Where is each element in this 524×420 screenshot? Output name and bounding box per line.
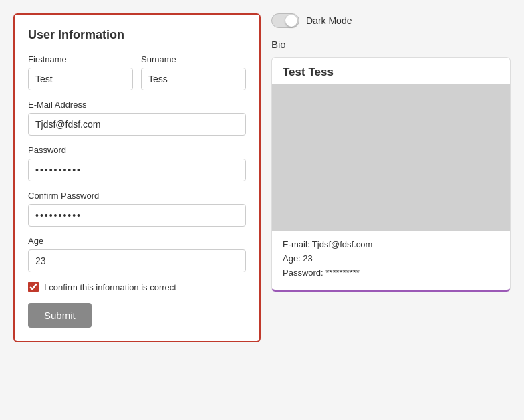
age-group: Age [28,236,246,272]
bio-email-line: E-mail: Tjdsf@fdsf.com [283,239,499,249]
dark-mode-label: Dark Mode [306,15,352,26]
surname-input[interactable] [141,68,246,90]
panel-title: User Information [28,28,246,42]
bio-password-line: Password: ********** [283,268,499,278]
toggle-thumb [285,15,297,27]
password-input[interactable] [28,159,246,181]
name-row: Firstname Surname [28,54,246,90]
password-label: Password [28,145,246,155]
firstname-input[interactable] [28,68,133,90]
bio-card-name: Test Tess [272,58,510,84]
age-label: Age [28,236,246,246]
age-input[interactable] [28,249,246,272]
submit-button[interactable]: Submit [28,303,92,328]
email-group: E-Mail Address [28,100,246,136]
email-label: E-Mail Address [28,100,246,110]
confirm-password-input[interactable] [28,204,246,227]
confirm-password-group: Confirm Password [28,191,246,227]
bio-age-line: Age: 23 [283,253,499,264]
confirm-checkbox-label: I confirm this information is correct [44,282,176,292]
confirm-password-label: Confirm Password [28,191,246,201]
confirm-checkbox[interactable] [28,282,39,292]
dark-mode-row: Dark Mode [271,13,511,28]
password-group: Password [28,145,246,181]
surname-label: Surname [141,54,246,64]
user-information-panel: User Information Firstname Surname E-Mai… [13,13,261,342]
email-input[interactable] [28,113,246,136]
right-panel: Dark Mode Bio Test Tess E-mail: Tjdsf@fd… [271,13,511,342]
bio-avatar-placeholder [272,84,510,231]
firstname-col: Firstname [28,54,133,90]
surname-col: Surname [141,54,246,90]
firstname-label: Firstname [28,54,133,64]
bio-card-info: E-mail: Tjdsf@fdsf.com Age: 23 Password:… [272,231,510,290]
bio-label: Bio [271,39,511,50]
dark-mode-toggle[interactable] [271,13,299,28]
bio-card: Test Tess E-mail: Tjdsf@fdsf.com Age: 23… [271,57,511,292]
confirm-checkbox-row: I confirm this information is correct [28,282,246,292]
